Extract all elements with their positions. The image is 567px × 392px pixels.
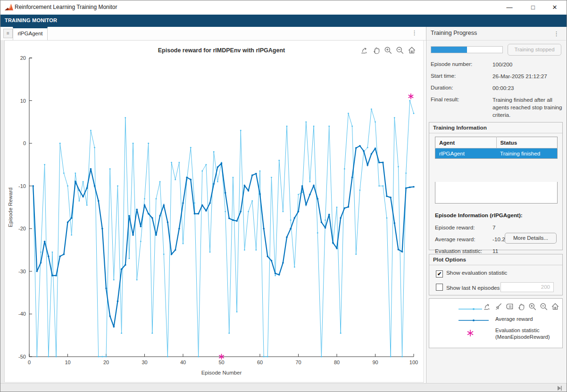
line-sample-icon	[459, 318, 489, 322]
legend-box: Episode reward Average reward Evaluation…	[429, 298, 563, 348]
matlab-logo-icon	[4, 3, 14, 12]
tab-rlpgagent[interactable]: rlPGAgent	[13, 27, 48, 40]
home-icon[interactable]	[408, 46, 416, 55]
table-row[interactable]: rlPGAgent Training finished	[435, 148, 558, 159]
figure-margin	[0, 40, 4, 383]
field-value: 00:00:23	[492, 84, 564, 92]
kebab-menu-icon[interactable]: ⋮	[553, 31, 559, 37]
stat-value: 7	[492, 224, 496, 230]
episode-reward-chart[interactable]: 0102030405060708090100-50-40-30-20-10010…	[5, 41, 424, 382]
zoom-in-icon[interactable]	[528, 302, 537, 311]
field-value: Training finished after all agents reach…	[492, 96, 564, 118]
field-value: 100/200	[492, 61, 564, 68]
zoom-out-icon[interactable]	[540, 302, 548, 311]
panel-title: Training Progress	[431, 30, 477, 36]
zoom-out-icon[interactable]	[396, 46, 404, 55]
floating-axes-toolbar	[482, 302, 560, 312]
panel-header: Training Progress ⋮	[426, 27, 566, 41]
toolstrip-bar: TRAINING MONITOR	[0, 15, 567, 27]
asterisk-sample-icon	[466, 329, 475, 337]
close-button[interactable]: ✕	[544, 0, 566, 15]
show-last-n-episodes-option[interactable]: Show last N episodes 200	[436, 284, 559, 291]
checkbox-label: Show last N episodes	[446, 285, 500, 291]
field-final-result: Final result: Training finished after al…	[431, 96, 562, 102]
more-details-button[interactable]: More Details...	[505, 233, 557, 244]
svg-text:10: 10	[20, 98, 26, 104]
svg-text:Episode Reward: Episode Reward	[8, 188, 13, 227]
title-bar: Reinforcement Learning Training Monitor …	[0, 0, 567, 15]
training-stopped-button[interactable]: Training stopped	[508, 44, 561, 56]
svg-text:20: 20	[20, 55, 26, 61]
svg-text:50: 50	[218, 359, 224, 365]
home-icon[interactable]	[551, 302, 559, 311]
checkbox-unchecked[interactable]	[436, 284, 443, 291]
cell-agent[interactable]: rlPGAgent	[435, 148, 497, 159]
stat-average-reward: Average reward: -10.2	[435, 236, 475, 242]
checkbox-checked[interactable]: ✔	[436, 270, 443, 278]
svg-text:40: 40	[180, 359, 186, 365]
field-label: Episode number:	[431, 61, 472, 67]
field-label: Duration:	[431, 84, 453, 90]
svg-text:60: 60	[257, 359, 263, 365]
stat-label: Average reward:	[435, 236, 475, 242]
progress-fill	[431, 47, 467, 53]
window-title: Reinforcement Learning Training Monitor	[15, 4, 117, 10]
document-tab-strip: ≡ rlPGAgent ⋮	[0, 27, 426, 41]
tab-list-button[interactable]: ≡	[3, 29, 13, 38]
stat-value: -10.2	[492, 236, 505, 242]
svg-text:Episode reward for rlMDPEnv wi: Episode reward for rlMDPEnv with rlPGAge…	[158, 47, 285, 54]
checkbox-label: Show evaluation statistic	[446, 270, 507, 276]
svg-text:80: 80	[334, 359, 340, 365]
agent-status-table[interactable]: Agent Status rlPGAgent Training finished	[435, 137, 558, 159]
svg-text:10: 10	[65, 359, 70, 365]
group-title: Plot Options	[429, 254, 562, 265]
column-header-status[interactable]: Status	[496, 137, 558, 148]
training-information-group: Training Information Agent Status rlPGAg…	[429, 122, 563, 250]
stat-evaluation-statistic: Evaluation statistic: 11	[435, 248, 482, 254]
svg-text:70: 70	[295, 359, 301, 365]
episode-information-title: Episode Information (rlPGAgent):	[435, 212, 523, 218]
training-progress-panel: Training Progress ⋮ Training stopped Epi…	[426, 27, 566, 383]
datatip-icon[interactable]	[506, 302, 514, 311]
svg-text:-40: -40	[18, 311, 26, 317]
legend-label: Average reward	[495, 316, 533, 322]
brush-icon[interactable]	[494, 302, 503, 311]
stat-label: Episode reward:	[435, 224, 475, 230]
column-header-agent[interactable]: Agent	[435, 137, 497, 148]
svg-text:0: 0	[23, 140, 26, 146]
export-icon[interactable]	[483, 302, 492, 311]
svg-text:-10: -10	[18, 183, 26, 189]
field-episode-number: Episode number: 100/200	[431, 61, 562, 67]
field-label: Final result:	[431, 96, 459, 102]
pan-icon[interactable]	[372, 46, 381, 55]
expand-right-icon[interactable]	[556, 385, 563, 392]
show-evaluation-statistic-option[interactable]: ✔Show evaluation statistic	[436, 270, 507, 278]
stat-label: Evaluation statistic:	[435, 248, 482, 254]
svg-text:-50: -50	[18, 354, 26, 359]
training-figure: 0102030405060708090100-50-40-30-20-10010…	[4, 40, 424, 383]
n-episodes-input[interactable]: 200	[500, 282, 554, 292]
svg-text:Episode Number: Episode Number	[201, 370, 242, 376]
zoom-in-icon[interactable]	[384, 46, 392, 55]
svg-text:20: 20	[103, 359, 109, 365]
svg-text:30: 30	[142, 359, 147, 365]
svg-text:-30: -30	[18, 269, 26, 274]
stat-episode-reward: Episode reward: 7	[435, 224, 475, 230]
minimize-button[interactable]: —	[499, 0, 520, 15]
field-value: 26-Mar-2025 21:12:27	[492, 73, 564, 80]
cell-status[interactable]: Training finished	[496, 148, 558, 159]
kebab-menu-icon[interactable]: ⋮	[411, 30, 417, 36]
axes-toolbar	[360, 46, 416, 55]
svg-text:-20: -20	[18, 226, 26, 231]
svg-text:100: 100	[409, 359, 418, 365]
pan-icon[interactable]	[517, 302, 525, 311]
field-label: Start time:	[431, 73, 456, 79]
field-start-time: Start time: 26-Mar-2025 21:12:27	[431, 73, 562, 79]
svg-text:0: 0	[28, 359, 31, 365]
app-window: Reinforcement Learning Training Monitor …	[0, 0, 567, 392]
toolstrip-tab-training-monitor[interactable]: TRAINING MONITOR	[5, 17, 57, 23]
export-icon[interactable]	[360, 46, 369, 55]
maximize-button[interactable]: □	[522, 0, 544, 15]
group-title: Training Information	[429, 122, 562, 133]
svg-text:90: 90	[372, 359, 378, 365]
